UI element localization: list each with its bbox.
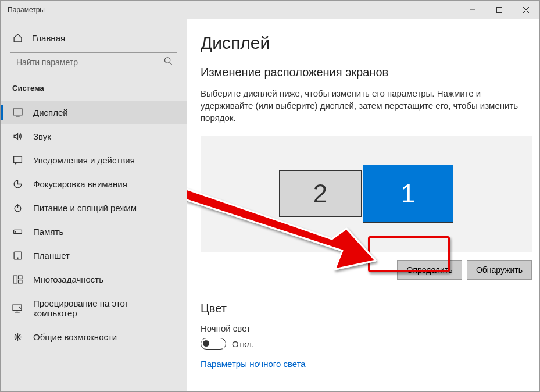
display-icon [12,108,23,117]
svg-line-5 [170,62,172,65]
svg-rect-1 [497,8,502,13]
sidebar-item-focus[interactable]: Фокусировка внимания [1,172,187,196]
sidebar-item-label: Планшет [33,251,70,261]
sidebar-item-display[interactable]: Дисплей [1,101,187,124]
display-arrangement-area[interactable]: 2 1 [201,136,532,252]
section-title: Система [1,84,187,101]
notifications-icon [12,155,23,165]
sidebar-item-storage[interactable]: Память [1,220,187,244]
window-controls [459,1,539,19]
titlebar: Параметры [1,1,539,19]
display-buttons-row: Определить Обнаружить [201,260,532,280]
sidebar-item-label: Общие возможности [33,332,117,342]
sidebar: Главная Система Дисплей Звук Уведомления… [1,19,187,391]
svg-rect-15 [13,276,17,283]
svg-point-4 [164,58,170,63]
arrange-heading: Изменение расположения экранов [201,66,521,79]
display-tile-1[interactable]: 1 [363,165,453,223]
sidebar-item-multitasking[interactable]: Многозадачность [1,268,187,291]
multitasking-icon [12,275,23,284]
sidebar-item-label: Звук [33,131,51,141]
window-title: Параметры [8,6,45,14]
main-content: Дисплей Изменение расположения экранов В… [187,19,539,391]
focus-icon [12,179,23,189]
shared-icon [12,332,23,342]
arrange-description: Выберите дисплей ниже, чтобы изменить ег… [201,87,521,124]
sidebar-item-label: Фокусировка внимания [33,179,127,189]
detect-button[interactable]: Обнаружить [467,260,532,280]
projecting-icon [12,304,23,313]
maximize-button[interactable] [486,1,513,19]
home-icon [12,33,23,43]
toggle-state-text: Откл. [232,339,254,349]
svg-point-12 [15,231,15,232]
power-icon [12,203,23,213]
color-heading: Цвет [201,302,521,315]
sidebar-item-shared[interactable]: Общие возможности [1,325,187,349]
tablet-icon [12,251,23,261]
display-tile-2[interactable]: 2 [279,170,362,217]
sidebar-item-label: Многозадачность [33,275,103,284]
sidebar-item-notifications[interactable]: Уведомления и действия [1,148,187,172]
sidebar-item-sound[interactable]: Звук [1,124,187,148]
sound-icon [12,131,23,141]
search-container [10,52,177,72]
svg-rect-17 [18,280,22,283]
search-icon [164,57,173,68]
close-button[interactable] [513,1,539,19]
minimize-button[interactable] [459,1,486,19]
home-link[interactable]: Главная [1,28,187,52]
night-light-label: Ночной свет [201,323,521,333]
sidebar-item-label: Питание и спящий режим [33,203,137,213]
sidebar-item-power[interactable]: Питание и спящий режим [1,196,187,220]
svg-point-14 [17,258,17,258]
sidebar-item-label: Уведомления и действия [33,155,135,165]
search-input[interactable] [10,52,177,72]
sidebar-item-projecting[interactable]: Проецирование на этот компьютер [1,291,187,325]
storage-icon [12,227,23,237]
sidebar-item-label: Проецирование на этот компьютер [33,298,175,318]
svg-rect-16 [18,276,22,279]
sidebar-item-tablet[interactable]: Планшет [1,244,187,268]
night-light-settings-link[interactable]: Параметры ночного света [201,359,521,369]
sidebar-item-label: Память [33,227,63,237]
page-title: Дисплей [201,33,521,53]
sidebar-item-label: Дисплей [33,108,68,117]
home-label: Главная [32,33,65,43]
svg-rect-6 [13,109,22,115]
night-light-toggle[interactable] [201,338,226,350]
svg-rect-8 [13,156,22,163]
identify-button[interactable]: Определить [397,260,462,280]
